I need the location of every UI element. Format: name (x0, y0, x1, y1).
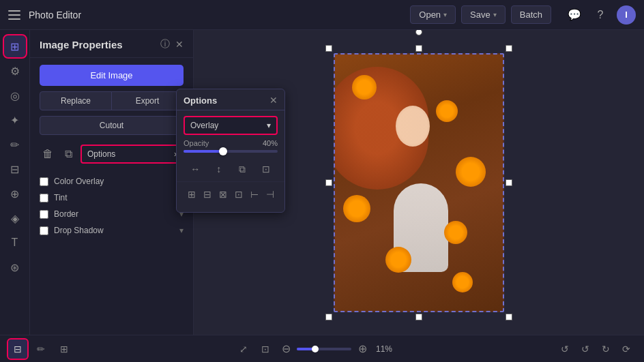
fit-width-icon[interactable]: ⊡ (256, 340, 275, 359)
sidebar-item-logo[interactable]: ◈ (4, 207, 26, 229)
sidebar-item-effects[interactable]: ✦ (4, 109, 26, 131)
tint-checkbox[interactable] (40, 194, 48, 202)
drop-shadow-checkbox[interactable] (40, 226, 48, 235)
tint-label: Tint (54, 193, 174, 202)
history-icon[interactable]: ⟳ (617, 340, 636, 359)
fit-screen-icon[interactable]: ⤢ (234, 340, 253, 359)
main-area: ⊞ ⚙ ◎ ✦ ✏ ⊟ ⊕ ◈ T ⊛ Image Properties ⓘ ✕… (0, 30, 644, 335)
zoom-slider[interactable] (297, 348, 351, 350)
flip-v-icon[interactable]: ↕ (211, 161, 227, 177)
options-popup-header: Options ✕ (177, 89, 284, 110)
avatar[interactable]: I (617, 5, 636, 25)
topbar-right: 💬 ? I (565, 5, 636, 25)
panel-header: Image Properties ⓘ ✕ (30, 30, 193, 58)
options-button[interactable]: Options › (80, 145, 184, 164)
menu-icon[interactable] (8, 7, 23, 22)
border-checkbox-row[interactable]: Border ▾ (40, 206, 184, 222)
sidebar-item-elements[interactable]: ⊕ (4, 183, 26, 205)
color-overlay-checkbox[interactable] (40, 177, 48, 186)
bottombar: ⊟ ✏ ⊞ ⤢ ⊡ ⊖ ⊕ 11% ↺ ↺ ↻ ⟳ (0, 335, 644, 362)
topbar: Photo Editor Open ▾ Save ▾ Batch 💬 ? I (0, 0, 644, 30)
chat-icon-button[interactable]: 💬 (565, 5, 584, 25)
align-middle-icon[interactable]: ⊢ (246, 186, 262, 202)
batch-button[interactable]: Batch (511, 5, 551, 24)
drop-shadow-label: Drop Shadow (54, 226, 174, 235)
align-left-icon[interactable]: ⊞ (184, 186, 199, 202)
overlay-dropdown[interactable]: Overlay ▾ (184, 116, 278, 135)
rotate-left-icon[interactable]: ↺ (555, 340, 574, 359)
copy-icon[interactable]: ⧉ (234, 161, 250, 177)
align-right-icon[interactable]: ⊠ (215, 186, 231, 202)
properties-panel: Image Properties ⓘ ✕ Edit Image Replace … (30, 30, 194, 335)
handle-bottom-left[interactable] (325, 314, 332, 320)
handle-top-right[interactable] (506, 45, 512, 52)
layers-toggle-icon[interactable]: ⊟ (8, 340, 27, 359)
sidebar-item-text[interactable]: T (4, 232, 26, 254)
flip-h-icon[interactable]: ↔ (187, 161, 203, 177)
sidebar-item-adjustments[interactable]: ⚙ (4, 60, 26, 82)
save-chevron-icon: ▾ (493, 11, 497, 18)
align-center-icon[interactable]: ⊟ (199, 186, 215, 202)
panel-info-icon[interactable]: ⓘ (160, 38, 170, 50)
canvas-image (334, 53, 504, 312)
replace-button[interactable]: Replace (40, 91, 112, 110)
delete-icon[interactable]: 🗑 (40, 146, 56, 162)
zoom-controls: ⤢ ⊡ ⊖ ⊕ 11% (234, 340, 395, 359)
checkbox-section: Color Overlay ▾ Tint ▾ Border ▾ Drop Sha… (30, 169, 193, 243)
dropdown-chevron-icon: ▾ (267, 121, 271, 130)
drop-shadow-checkbox-row[interactable]: Drop Shadow ▾ (40, 222, 184, 239)
zoom-value: 11% (373, 344, 395, 354)
undo-icon[interactable]: ↺ (576, 340, 595, 359)
zoom-slider-fill (297, 348, 313, 350)
handle-top-center[interactable] (415, 45, 422, 52)
pen-tool-icon[interactable]: ✏ (31, 340, 50, 359)
handle-bottom-right[interactable] (506, 314, 512, 320)
border-label: Border (54, 209, 174, 219)
icon-sidebar: ⊞ ⚙ ◎ ✦ ✏ ⊟ ⊕ ◈ T ⊛ (0, 30, 30, 335)
color-overlay-checkbox-row[interactable]: Color Overlay ▾ (40, 173, 184, 190)
app-title: Photo Editor (29, 10, 81, 20)
open-chevron-icon: ▾ (443, 11, 447, 18)
edit-image-button[interactable]: Edit Image (40, 65, 184, 86)
sidebar-item-stamp[interactable]: ⊛ (4, 256, 26, 278)
sidebar-item-eye[interactable]: ◎ (4, 85, 26, 106)
opacity-value: 40% (259, 139, 278, 147)
slider-thumb (219, 147, 227, 155)
bottom-right-icons: ↺ ↺ ↻ ⟳ (555, 340, 636, 359)
opacity-label: Opacity (184, 139, 211, 147)
options-icon-row-2: ⊞ ⊟ ⊠ ⊡ ⊢ ⊣ (177, 181, 284, 207)
redo-icon[interactable]: ↻ (596, 340, 615, 359)
image-container (334, 53, 504, 312)
panel-actions: 🗑 ⧉ Options › (30, 142, 193, 169)
duplicate-icon[interactable]: ⧉ (60, 146, 76, 162)
sidebar-item-image-properties[interactable]: ⊞ (4, 35, 26, 57)
save-button[interactable]: Save ▾ (461, 5, 506, 24)
grid-icon[interactable]: ⊞ (55, 340, 74, 359)
tint-checkbox-row[interactable]: Tint ▾ (40, 190, 184, 206)
sidebar-item-layers[interactable]: ⊟ (4, 158, 26, 180)
border-checkbox[interactable] (40, 210, 48, 219)
align-bottom-icon[interactable]: ⊣ (262, 186, 278, 202)
handle-middle-left[interactable] (325, 179, 332, 186)
align-top-icon[interactable]: ⊡ (231, 186, 246, 202)
panel-close-icon[interactable]: ✕ (175, 39, 184, 50)
help-icon-button[interactable]: ? (591, 5, 610, 25)
options-popup-close-icon[interactable]: ✕ (269, 95, 278, 106)
cutout-button[interactable]: Cutout (40, 116, 184, 135)
handle-top-left[interactable] (325, 45, 332, 52)
color-overlay-label: Color Overlay (54, 177, 174, 186)
handle-middle-right[interactable] (506, 179, 512, 186)
zoom-out-button[interactable]: ⊖ (278, 341, 294, 357)
handle-bottom-center[interactable] (415, 314, 422, 320)
export-button[interactable]: Export (111, 91, 184, 110)
options-icon-row-1: ↔ ↕ ⧉ ⊡ (177, 157, 284, 181)
slider-fill (184, 150, 221, 153)
sidebar-item-draw[interactable]: ✏ (4, 134, 26, 155)
rotate-handle[interactable] (415, 30, 422, 35)
opacity-slider[interactable] (177, 149, 284, 157)
panel-title: Image Properties (40, 39, 155, 50)
open-button[interactable]: Open ▾ (410, 5, 456, 24)
slider-track (184, 150, 278, 153)
expand-icon[interactable]: ⊡ (258, 161, 274, 177)
zoom-in-button[interactable]: ⊕ (354, 341, 370, 357)
